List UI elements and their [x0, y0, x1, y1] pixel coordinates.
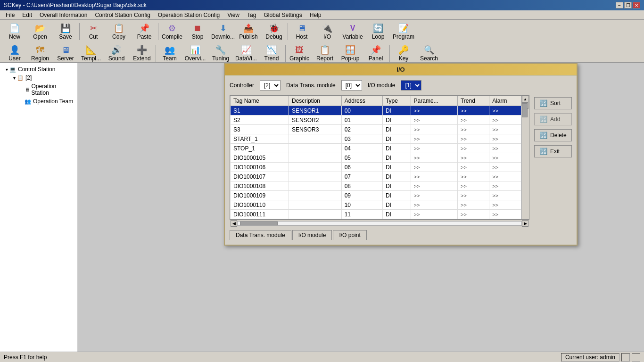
restore-button[interactable]: ❐ [624, 2, 632, 8]
tab-iomodule[interactable]: I/O module [292, 230, 332, 240]
stop-button[interactable]: ⏹ Stop [185, 22, 210, 41]
controller-select[interactable]: [2] [260, 80, 281, 90]
cell-alarm[interactable]: >> [489, 125, 521, 134]
cell-trend[interactable]: >> [457, 210, 489, 219]
menu-global-settings[interactable]: Global Settings [260, 11, 305, 19]
table-row[interactable]: DIO100010707DI>>>>>> [231, 172, 521, 181]
cell-alarm[interactable]: >> [489, 210, 521, 219]
server-button[interactable]: 🖥 Server [53, 43, 78, 63]
sort-button[interactable]: 🔢 Sort [534, 97, 572, 109]
tab-iopoint[interactable]: I/O point [333, 230, 366, 240]
minimize-button[interactable]: − [616, 2, 623, 8]
user-button[interactable]: 👤 User [2, 43, 27, 63]
cell-alarm[interactable]: >> [489, 134, 521, 144]
sidebar-item-operation-team[interactable]: 👥 Operation Team [2, 97, 75, 106]
cell-trend[interactable]: >> [457, 134, 489, 144]
cell-trend[interactable]: >> [457, 153, 489, 163]
extend-button[interactable]: ➕ Extend [129, 43, 155, 63]
datatrans-select[interactable]: [0] [341, 80, 362, 90]
menu-edit[interactable]: Edit [18, 11, 36, 19]
cell-alarm[interactable]: >> [489, 106, 521, 115]
table-row[interactable]: STOP_104DI>>>>>> [231, 144, 521, 153]
cell-trend[interactable]: >> [457, 106, 489, 115]
vertical-scrollbar[interactable]: ▲ ▼ [521, 96, 529, 219]
cell-trend[interactable]: >> [457, 125, 489, 134]
cell-params[interactable]: >> [411, 191, 457, 200]
cell-alarm[interactable]: >> [489, 153, 521, 163]
cell-params[interactable]: >> [411, 115, 457, 125]
cell-trend[interactable]: >> [457, 191, 489, 200]
cell-alarm[interactable]: >> [489, 115, 521, 125]
cell-params[interactable]: >> [411, 200, 457, 210]
menu-file[interactable]: File [2, 11, 18, 19]
publish-button[interactable]: 📤 Publish [236, 22, 261, 41]
graphics-button[interactable]: 🖼 Graphic [287, 43, 312, 63]
team-button[interactable]: 👥 Team [157, 43, 182, 63]
template-button[interactable]: 📐 Templ... [78, 43, 104, 63]
copy-button[interactable]: 📋 Copy [106, 22, 132, 41]
delete-button[interactable]: 🔢 Delete [534, 129, 572, 141]
cell-alarm[interactable]: >> [489, 163, 521, 172]
cell-trend[interactable]: >> [457, 172, 489, 181]
tab-datatrans[interactable]: Data Trans. module [230, 230, 291, 240]
table-row[interactable]: DIO100010909DI>>>>>> [231, 191, 521, 200]
scroll-thumb[interactable] [522, 103, 528, 117]
horizontal-scrollbar[interactable]: ◀ ▶ [230, 220, 529, 226]
cell-params[interactable]: >> [411, 134, 457, 144]
io-button[interactable]: 🔌 I/O [314, 22, 340, 41]
menu-control-station-config[interactable]: Control Station Config [91, 11, 154, 19]
iomodule-select[interactable]: [1] [401, 80, 421, 90]
table-row[interactable]: S2SENSOR201DI>>>>>> [231, 115, 521, 125]
cell-alarm[interactable]: >> [489, 181, 521, 191]
cut-button[interactable]: ✂ Cut [81, 22, 106, 41]
sidebar-item-2[interactable]: ▾ 📋 [2] [2, 74, 75, 82]
cell-params[interactable]: >> [411, 181, 457, 191]
cell-trend[interactable]: >> [457, 181, 489, 191]
cell-params[interactable]: >> [411, 144, 457, 153]
table-row[interactable]: DIO100010505DI>>>>>> [231, 153, 521, 163]
sidebar-item-operation-station[interactable]: 🖥 Operation Station [2, 82, 75, 97]
menu-operation-station-config[interactable]: Operation Station Config [154, 11, 223, 19]
panel-button[interactable]: 📌 Panel [363, 43, 388, 63]
download-button[interactable]: ⬇ Downlo... [210, 22, 236, 41]
table-row[interactable]: DIO100010808DI>>>>>> [231, 181, 521, 191]
cell-params[interactable]: >> [411, 163, 457, 172]
cell-alarm[interactable]: >> [489, 172, 521, 181]
new-button[interactable]: 📄 New [2, 22, 27, 41]
table-row[interactable]: S1SENSOR100DI>>>>>> [231, 106, 521, 115]
cell-params[interactable]: >> [411, 106, 457, 115]
paste-button[interactable]: 📌 Paste [132, 22, 157, 41]
datavi-button[interactable]: 📈 DataVi... [233, 43, 259, 63]
tuning-button[interactable]: 🔧 Tuning [208, 43, 233, 63]
debug-button[interactable]: 🐞 Debug [261, 22, 287, 41]
table-row[interactable]: START_103DI>>>>>> [231, 134, 521, 144]
save-button[interactable]: 💾 Save [53, 22, 78, 41]
right-scroll-arrow[interactable]: ▶ [522, 220, 528, 227]
cell-params[interactable]: >> [411, 125, 457, 134]
exit-button[interactable]: 🔢 Exit [534, 145, 572, 157]
cell-trend[interactable]: >> [457, 200, 489, 210]
variable-button[interactable]: V Variable [340, 22, 365, 41]
cell-trend[interactable]: >> [457, 144, 489, 153]
loop-button[interactable]: 🔄 Loop [365, 22, 391, 41]
report-button[interactable]: 📋 Report [312, 43, 338, 63]
scroll-up-arrow[interactable]: ▲ [522, 96, 528, 102]
cell-trend[interactable]: >> [457, 115, 489, 125]
compile-button[interactable]: ⚙ Compile [159, 22, 185, 41]
cell-alarm[interactable]: >> [489, 144, 521, 153]
open-button[interactable]: 📂 Open [27, 22, 53, 41]
table-row[interactable]: DIO100010606DI>>>>>> [231, 163, 521, 172]
region-button[interactable]: 🗺 Region [27, 43, 53, 63]
trend-button[interactable]: 📉 Trend [259, 43, 284, 63]
table-row[interactable]: DIO100011111DI>>>>>> [231, 210, 521, 219]
search-button[interactable]: 🔍 Search [416, 43, 442, 63]
close-button[interactable]: ✕ [633, 2, 640, 8]
cell-trend[interactable]: >> [457, 163, 489, 172]
sound-button[interactable]: 🔊 Sound [104, 43, 129, 63]
menu-view[interactable]: View [223, 11, 243, 19]
program-button[interactable]: 📝 Program [391, 22, 416, 41]
menu-tag[interactable]: Tag [243, 11, 260, 19]
cell-params[interactable]: >> [411, 172, 457, 181]
key-button[interactable]: 🔑 Key [391, 43, 416, 63]
cell-params[interactable]: >> [411, 153, 457, 163]
